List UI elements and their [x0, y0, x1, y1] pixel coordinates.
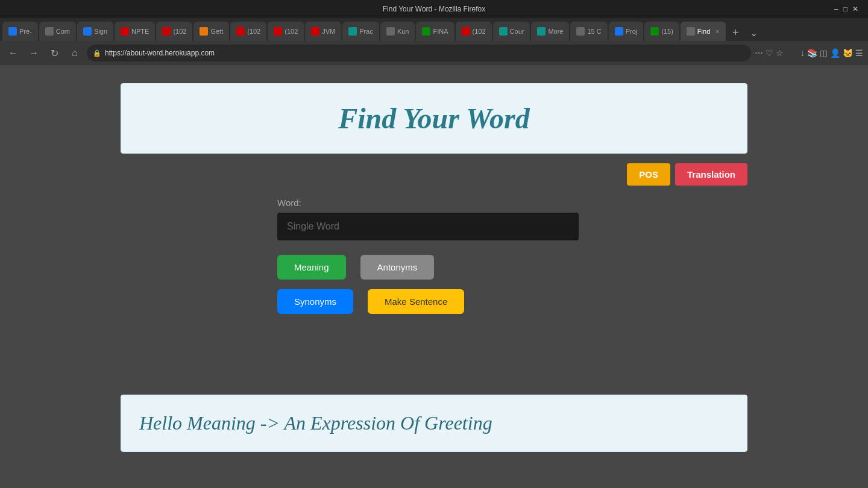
- nav-bar: ← → ↻ ⌂ 🔒 https://about-word.herokuapp.c…: [0, 41, 868, 65]
- buttons-row-2: Synonyms Make Sentence: [121, 289, 747, 314]
- tab-label: Com: [56, 28, 70, 35]
- translation-button[interactable]: Translation: [675, 163, 747, 186]
- tab-102b[interactable]: (102: [230, 22, 266, 41]
- tab-102a[interactable]: (102: [156, 22, 192, 41]
- synced-tabs-icon[interactable]: ◫: [820, 48, 828, 58]
- address-bar[interactable]: 🔒 https://about-word.herokuapp.com: [87, 45, 751, 61]
- menu-icon[interactable]: ☰: [855, 48, 863, 58]
- window-title: Find Your Word - Mozilla Firefox: [383, 5, 486, 13]
- toolbar-row: POS Translation: [121, 163, 747, 186]
- pos-button[interactable]: POS: [627, 163, 670, 186]
- security-icon: 🔒: [93, 49, 101, 57]
- tab-icon: [422, 27, 430, 36]
- tab-icon: [274, 27, 282, 36]
- tab-icon: [83, 27, 92, 36]
- tab-label: (102: [173, 28, 186, 35]
- make-sentence-button[interactable]: Make Sentence: [368, 289, 464, 314]
- tab-102c[interactable]: (102: [268, 22, 304, 41]
- tab-label: FINA: [433, 28, 448, 35]
- close-icon[interactable]: ✕: [852, 5, 858, 13]
- tab-icon: [687, 27, 695, 36]
- tab-label: (15): [661, 28, 673, 35]
- tab-15c[interactable]: 15 C: [570, 22, 607, 41]
- fox-icon[interactable]: 🐱: [843, 48, 853, 58]
- home-button[interactable]: ⌂: [66, 45, 83, 61]
- tab-gett[interactable]: Gett: [193, 22, 229, 41]
- tab-label: NPTE: [131, 28, 149, 35]
- tab-label: (102: [473, 28, 486, 35]
- app-title: Find Your Word: [139, 102, 729, 135]
- tab-label: Kun: [397, 28, 409, 35]
- library-icon[interactable]: 📚: [807, 48, 817, 58]
- tab-icon: [121, 27, 129, 36]
- antonyms-button[interactable]: Antonyms: [360, 255, 435, 280]
- tab-menu-button[interactable]: ⌄: [745, 24, 762, 41]
- synonyms-button[interactable]: Synonyms: [277, 289, 353, 314]
- tab-label: (102: [285, 28, 298, 35]
- page-container: Find Your Word POS Translation Word: Mea…: [0, 65, 868, 488]
- tab-icon: [348, 27, 357, 36]
- tab-more[interactable]: More: [531, 22, 569, 41]
- tab-label: Find: [697, 28, 710, 35]
- tab-icon: [650, 27, 659, 36]
- tab-label: Pre-: [19, 28, 32, 35]
- tab-close-icon[interactable]: ✕: [715, 28, 720, 35]
- account-icon[interactable]: 👤: [830, 48, 840, 58]
- more-options-icon[interactable]: ⋯: [755, 48, 763, 58]
- tab-15paren[interactable]: (15): [644, 22, 679, 41]
- tab-102d[interactable]: (102: [456, 22, 492, 41]
- tab-icon: [311, 27, 319, 36]
- back-button[interactable]: ←: [5, 45, 22, 61]
- tab-com[interactable]: Com: [39, 22, 76, 41]
- app-header: Find Your Word: [121, 83, 747, 154]
- tab-label: Cour: [510, 28, 524, 35]
- tab-prac[interactable]: Prac: [342, 22, 379, 41]
- tab-icon: [200, 27, 208, 36]
- forward-button[interactable]: →: [25, 45, 42, 61]
- result-area: Hello Meaning -> An Expression Of Greeti…: [121, 395, 747, 452]
- reload-button[interactable]: ↻: [46, 45, 63, 61]
- browser-chrome: Find Your Word - Mozilla Firefox – □ ✕ P…: [0, 0, 868, 65]
- tab-npte[interactable]: NPTE: [115, 22, 155, 41]
- tab-label: Proj: [626, 28, 638, 35]
- tab-label: Prac: [359, 28, 373, 35]
- tab-pre[interactable]: Pre-: [2, 22, 38, 41]
- tab-icon: [162, 27, 171, 36]
- tab-label: 15 C: [587, 28, 601, 35]
- tab-jvm[interactable]: JVM: [305, 22, 341, 41]
- tab-icon: [236, 27, 245, 36]
- bookmark-icon[interactable]: ♡: [766, 48, 773, 58]
- tab-icon: [615, 27, 623, 36]
- restore-icon[interactable]: □: [843, 5, 848, 13]
- meaning-button[interactable]: Meaning: [277, 255, 346, 280]
- page-area: Find Your Word POS Translation Word: Mea…: [0, 65, 868, 488]
- new-tab-button[interactable]: +: [727, 24, 744, 41]
- tab-icon: [8, 27, 17, 36]
- tab-fina[interactable]: FINA: [416, 22, 454, 41]
- tab-find[interactable]: Find ✕: [681, 22, 726, 41]
- minimize-icon[interactable]: –: [834, 5, 838, 13]
- nav-right-controls: ⋯ ♡ ☆ ↓ 📚 ◫ 👤 🐱 ☰: [755, 48, 863, 58]
- tab-label: Gett: [210, 28, 223, 35]
- tab-label: JVM: [322, 28, 335, 35]
- buttons-row-1: Meaning Antonyms: [121, 255, 747, 280]
- tab-label: Sign: [94, 28, 107, 35]
- tab-kun[interactable]: Kun: [380, 22, 415, 41]
- download-icon[interactable]: ↓: [800, 48, 805, 58]
- tab-proj[interactable]: Proj: [609, 22, 644, 41]
- tab-label: (102: [247, 28, 260, 35]
- tab-icon: [462, 27, 470, 36]
- tab-label: More: [548, 28, 563, 35]
- title-bar: Find Your Word - Mozilla Firefox – □ ✕: [0, 0, 868, 18]
- url-text: https://about-word.herokuapp.com: [105, 49, 215, 57]
- tab-cour[interactable]: Cour: [493, 22, 530, 41]
- tab-icon: [499, 27, 508, 36]
- tab-icon: [45, 27, 54, 36]
- result-text: Hello Meaning -> An Expression Of Greeti…: [139, 412, 729, 434]
- star-icon[interactable]: ☆: [776, 48, 784, 58]
- tab-icon: [576, 27, 585, 36]
- form-area: Word:: [121, 198, 747, 240]
- tab-sign[interactable]: Sign: [77, 22, 113, 41]
- tab-bar: Pre- Com Sign NPTE (102 Gett (102 (102: [0, 18, 868, 41]
- word-input[interactable]: [277, 213, 579, 240]
